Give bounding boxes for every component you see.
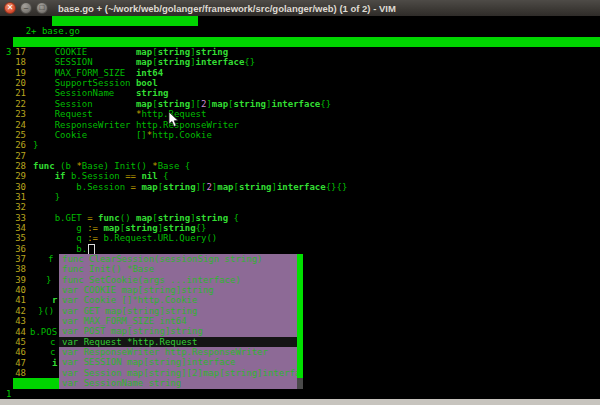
code-line[interactable]: 27 — [0, 151, 600, 161]
line-number: 19 — [0, 68, 26, 78]
code-token: { — [228, 213, 239, 223]
code-line[interactable]: 28func (b *Base) Init() *Base { — [0, 161, 600, 171]
popup-item[interactable]: var Cookie []*http.Cookie — [59, 295, 303, 305]
popup-item[interactable]: func ClearSession(sessionSign string) — [59, 254, 303, 264]
code-line[interactable]: 22 Session map[string][2]map[string]inte… — [0, 99, 600, 109]
code-token: } — [33, 192, 60, 202]
code-line[interactable]: 20 SupportSession bool — [0, 78, 600, 88]
popup-scrollbar[interactable] — [297, 285, 303, 295]
buffer-list-line[interactable]: 2+ base.go — [0, 16, 600, 26]
line-number: 36 — [0, 244, 26, 254]
code-line[interactable]: 29 if b.Session == nil { — [0, 171, 600, 181]
code-token: string — [125, 223, 158, 233]
code-token: } — [33, 140, 38, 150]
code-line[interactable]: 17 COOKIE map[string]string — [0, 47, 600, 57]
code-token: { — [158, 171, 169, 181]
code-token: string — [158, 99, 191, 109]
line-number: 17 — [0, 47, 26, 57]
code-token: string — [158, 213, 191, 223]
popup-scrollbar[interactable] — [297, 306, 303, 316]
line-number: 37 — [0, 254, 26, 264]
code-token: map — [141, 182, 157, 192]
popup-scrollbar[interactable] — [297, 316, 303, 326]
popup-scrollbar[interactable] — [297, 254, 303, 264]
code-token: bool — [136, 78, 158, 88]
popup-item[interactable]: func Init() *Base — [59, 264, 303, 274]
code-line[interactable]: 23 Request *http.Request — [0, 109, 600, 119]
code-token: func — [98, 213, 120, 223]
code-line[interactable]: 18 SESSION map[string]interface{} — [0, 57, 600, 67]
code-line[interactable]: 33 b.GET = func() map[string]string { — [0, 213, 600, 223]
line-number: 20 — [0, 78, 26, 88]
code-token: map — [217, 182, 233, 192]
code-token: == — [125, 171, 136, 181]
code-token: string — [234, 99, 267, 109]
code-line[interactable]: 35 q := b.Request.URL.Query() — [0, 233, 600, 243]
line-number: 31 — [0, 192, 26, 202]
code-token: g — [33, 223, 87, 233]
popup-item[interactable]: var POST map[string]string — [59, 326, 303, 336]
popup-scrollbar[interactable] — [297, 347, 303, 357]
popup-item[interactable]: var COOKIE map[string]string — [59, 285, 303, 295]
code-line[interactable]: 32 — [0, 202, 600, 212]
popup-scrollbar[interactable] — [297, 378, 303, 388]
line-number: 22 — [0, 99, 26, 109]
line-number: 30 — [0, 182, 26, 192]
line-number: 21 — [0, 88, 26, 98]
code-token: SessionName — [33, 88, 136, 98]
code-token: http.ResponseWriter — [136, 120, 239, 130]
popup-scrollbar[interactable] — [297, 357, 303, 367]
code-token: SupportSession — [33, 78, 136, 88]
code-line[interactable]: 21 SessionName string — [0, 88, 600, 98]
code-line[interactable]: 36 b. — [0, 244, 600, 254]
code-line[interactable]: 34 g := map[string]string{} — [0, 223, 600, 233]
code-fragment: i — [52, 358, 57, 368]
code-token: string — [158, 57, 191, 67]
code-line[interactable]: 25 Cookie []*http.Cookie — [0, 130, 600, 140]
popup-item[interactable]: var GET map[string]string — [59, 306, 303, 316]
code-fragment: r — [52, 295, 57, 305]
popup-scrollbar[interactable] — [297, 264, 303, 274]
line-number: 43 — [0, 316, 26, 326]
popup-item[interactable]: var SESSION map[string]interface — [59, 357, 303, 367]
close-button[interactable]: ✕ — [4, 2, 16, 14]
popup-item[interactable]: var Session map[string][2]map[string]int… — [59, 368, 303, 378]
code-fragment: c — [50, 347, 55, 357]
popup-item[interactable]: var MAX_FORM_SIZE int64 — [59, 316, 303, 326]
code-token: string — [163, 223, 196, 233]
line-number: 35 — [0, 233, 26, 243]
mbe-status-bar — [13, 37, 600, 47]
code-token: string — [239, 182, 272, 192]
popup-scrollbar[interactable] — [297, 368, 303, 378]
line-number: 25 — [0, 130, 26, 140]
line-number: 39 — [0, 275, 26, 285]
popup-scrollbar[interactable] — [297, 275, 303, 285]
popup-item-selected[interactable]: var Request *http.Request — [59, 337, 303, 347]
code-fragment: } — [46, 275, 51, 285]
code-line[interactable]: 19 MAX_FORM_SIZE int64 — [0, 68, 600, 78]
code-line[interactable]: 30 b.Session = map[string][2]map[string]… — [0, 182, 600, 192]
popup-scrollbar[interactable] — [297, 337, 303, 347]
code-token: () — [120, 213, 136, 223]
popup-item[interactable]: func SetCookie(args ...interface) — [59, 275, 303, 285]
code-token: ][ — [190, 99, 201, 109]
line-number: 23 — [0, 109, 26, 119]
line-number: 45 — [0, 337, 26, 347]
line-number: 41 — [0, 295, 26, 305]
line-number: 38 — [0, 264, 26, 274]
code-token: b.POS — [30, 327, 57, 337]
minimize-button[interactable]: – — [20, 2, 32, 14]
code-line[interactable]: 24 ResponseWriter http.ResponseWriter — [0, 120, 600, 130]
popup-item[interactable]: var SessionName string — [59, 378, 303, 388]
code-token: Base { — [158, 161, 191, 171]
code-token: int64 — [136, 68, 163, 78]
popup-scrollbar[interactable] — [297, 326, 303, 336]
code-token: c — [50, 347, 55, 357]
code-line[interactable]: 31 } — [0, 192, 600, 202]
code-token: := — [87, 233, 98, 243]
code-token: interface — [271, 99, 320, 109]
popup-item[interactable]: var ResponseWriter http.ResponseWriter — [59, 347, 303, 357]
maximize-button[interactable]: □ — [36, 2, 48, 14]
code-line[interactable]: 26} — [0, 140, 600, 150]
popup-scrollbar[interactable] — [297, 295, 303, 305]
